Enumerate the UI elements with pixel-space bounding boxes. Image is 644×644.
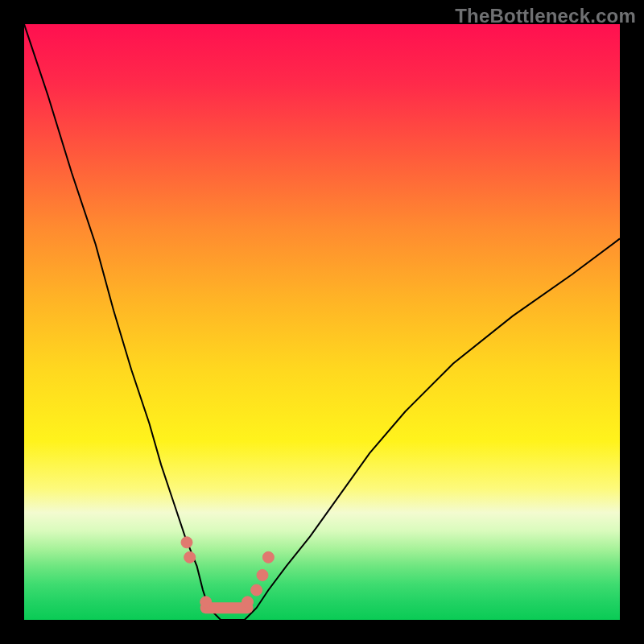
data-marker xyxy=(251,584,262,596)
data-marker xyxy=(184,551,196,563)
chart-frame: TheBottleneck.com xyxy=(0,0,644,644)
marker-group xyxy=(181,537,274,608)
plot-area xyxy=(24,24,620,620)
data-marker xyxy=(242,597,254,608)
data-marker xyxy=(181,537,192,548)
data-marker xyxy=(257,570,268,581)
data-marker xyxy=(200,597,212,608)
curve-svg xyxy=(24,24,620,620)
bottleneck-curve xyxy=(24,24,620,620)
data-marker xyxy=(262,551,274,563)
